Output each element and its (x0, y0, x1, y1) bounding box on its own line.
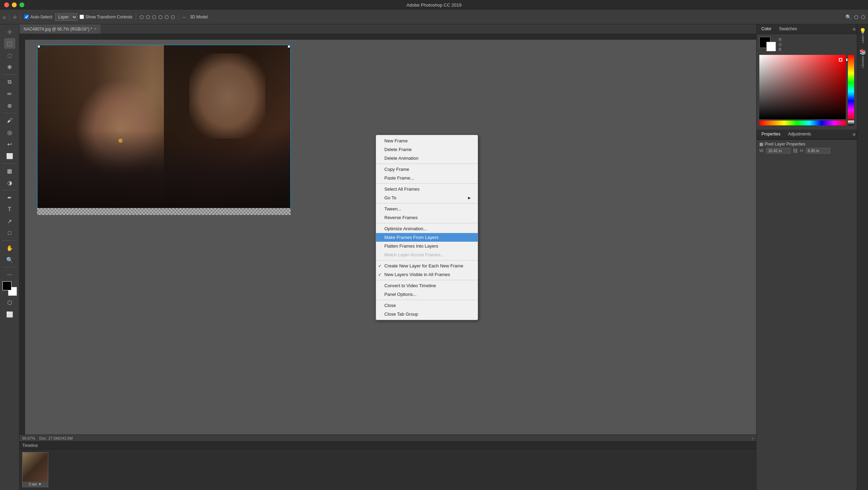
minimize-button[interactable] (12, 2, 17, 7)
sep2 (20, 14, 21, 20)
clone-tool[interactable]: ◎ (4, 127, 15, 138)
text-tool[interactable]: T (4, 204, 15, 215)
go-to-arrow: ▶ (468, 196, 471, 200)
menu-close[interactable]: Close (376, 301, 478, 310)
tool-sep2 (2, 113, 17, 113)
align-top-icon[interactable]: ⬡ (158, 14, 162, 20)
menu-close-tab-group[interactable]: Close Tab Group (376, 310, 478, 318)
link-icon[interactable]: ⛓ (793, 148, 798, 153)
libraries-sidebar-item[interactable]: 📚 Libraries (858, 47, 868, 69)
menu-flatten-frames[interactable]: Flatten Frames Into Layers (376, 242, 478, 250)
color-swatches[interactable] (2, 281, 17, 296)
menu-optimize-animation[interactable]: Optimize Animation... (376, 224, 478, 233)
align-right-icon[interactable]: ⬡ (152, 14, 156, 20)
sep4 (178, 14, 179, 20)
channel-label-r: R (779, 38, 782, 42)
background-swatch[interactable] (766, 42, 776, 51)
expand-icon[interactable]: › (752, 436, 753, 440)
path-select-tool[interactable]: ↗ (4, 216, 15, 226)
align-center-icon[interactable]: ⬡ (146, 14, 150, 20)
menu-convert-to-video[interactable]: Convert to Video Timeline (376, 281, 478, 290)
align-left-icon[interactable]: ⬡ (140, 14, 144, 20)
width-input[interactable] (766, 148, 791, 153)
screen-mode-tool[interactable]: ⬜ (4, 309, 15, 319)
maximize-button[interactable] (19, 2, 24, 7)
menu-tween[interactable]: Tween... (376, 205, 478, 213)
hand-tool[interactable]: ✋ (4, 243, 15, 253)
magic-wand-tool[interactable]: ✻ (4, 62, 15, 72)
file-tab[interactable]: NAC49074.jpg @ 66.7% (RGB/16°) * × (19, 24, 101, 34)
color-saturation-area[interactable] (759, 55, 854, 119)
align-bottom-icon[interactable]: ⬡ (171, 14, 175, 20)
tool-sep6 (2, 267, 17, 267)
color-picker-indicator[interactable] (839, 58, 842, 61)
timeline-header: Timeline (19, 442, 756, 449)
move-tool-icon[interactable]: ⊹ (13, 14, 17, 20)
color-saturation-gradient[interactable] (759, 55, 846, 119)
spectrum-bar[interactable] (759, 121, 846, 125)
menu-delete-frame[interactable]: Delete Frame (376, 145, 478, 154)
tool-sep4 (2, 190, 17, 190)
menu-go-to[interactable]: Go To ▶ (376, 193, 478, 202)
tab-swatches[interactable]: Swatches (776, 26, 801, 33)
gradient-tool[interactable]: ▦ (4, 166, 15, 176)
eyedropper-tool[interactable]: ✏ (4, 89, 15, 99)
auto-select-checkbox[interactable] (24, 15, 29, 19)
shape-tool[interactable]: □ (4, 228, 15, 238)
foreground-color[interactable] (2, 281, 11, 290)
select-all-frames-label: Select All Frames (384, 186, 419, 192)
arrange-icon[interactable]: ⬡ (854, 14, 858, 20)
menu-select-all-frames[interactable]: Select All Frames (376, 185, 478, 193)
height-input[interactable] (806, 148, 830, 153)
properties-panel-menu-icon[interactable]: ≡ (853, 132, 856, 137)
selection-tool[interactable]: ⬚ (4, 38, 15, 49)
zoom-icon[interactable]: ⬡ (861, 14, 865, 20)
lasso-tool[interactable]: ◌ (4, 50, 15, 60)
menu-reverse-frames[interactable]: Reverse Frames (376, 213, 478, 222)
menu-copy-frame[interactable]: Copy Frame (376, 165, 478, 174)
alpha-bar[interactable] (848, 121, 854, 125)
spot-heal-tool[interactable]: ⊕ (4, 100, 15, 111)
search-icon[interactable]: 🔍 (845, 14, 851, 20)
tab-adjustments[interactable]: Adjustments (785, 131, 815, 138)
tab-properties[interactable]: Properties (758, 131, 784, 138)
close-button[interactable] (4, 2, 9, 7)
frame-1[interactable]: 0 sec ▼ (22, 452, 48, 487)
sep5 (376, 260, 478, 260)
zoom-tool[interactable]: 🔍 (4, 255, 15, 265)
crop-tool[interactable]: ⧉ (4, 77, 15, 87)
menu-new-layers-visible[interactable]: ✓ New Layers Visible in All Frames (376, 270, 478, 279)
jacket (37, 130, 291, 215)
tab-color[interactable]: Color (758, 26, 775, 33)
quick-mask-tool[interactable]: ⬡ (4, 297, 15, 308)
history-brush-tool[interactable]: ↩ (4, 139, 15, 149)
move-tool[interactable]: ⊹ (4, 26, 15, 37)
menu-delete-animation[interactable]: Delete Animation (376, 154, 478, 163)
layer-select[interactable]: Layer Group (55, 13, 77, 21)
pen-tool[interactable]: ✒ (4, 192, 15, 203)
menu-make-frames-from-layers[interactable]: Make Frames From Layers (376, 233, 478, 242)
tab-close-icon[interactable]: × (94, 27, 97, 31)
menu-match-layer[interactable]: Match Layer Across Frames... (376, 250, 478, 259)
toolbar: ⌂ ⊹ Auto-Select: Layer Group Show Transf… (0, 10, 868, 24)
learn-sidebar-item[interactable]: 💡 Learn (858, 26, 868, 44)
check-create-new: ✓ (378, 264, 382, 268)
home-icon[interactable]: ⌂ (3, 14, 6, 20)
3d-model-button[interactable]: 3D Model (189, 14, 209, 20)
color-panel-menu-icon[interactable]: ≡ (853, 26, 856, 32)
hue-strip[interactable] (848, 55, 854, 119)
menu-create-new-layer[interactable]: ✓ Create New Layer for Each New Frame (376, 261, 478, 270)
show-transform-checkbox[interactable] (80, 15, 84, 19)
extra-tools[interactable]: ··· (4, 269, 15, 280)
menu-panel-options[interactable]: Panel Options... (376, 290, 478, 299)
canvas-status-bar: 66.67% Doc: 27.5M/243.0M › (19, 434, 756, 441)
brush-tool[interactable]: 🖌 (4, 115, 15, 126)
channel-label-b: B (779, 47, 782, 51)
more-options-icon[interactable]: ··· (182, 14, 186, 20)
w-label: W: (759, 148, 764, 153)
menu-paste-frame[interactable]: Paste Frame... (376, 174, 478, 182)
eraser-tool[interactable]: ⬜ (4, 151, 15, 161)
align-middle-icon[interactable]: ⬡ (165, 14, 169, 20)
menu-new-frame[interactable]: New Frame (376, 136, 478, 145)
dodge-tool[interactable]: ◑ (4, 177, 15, 188)
